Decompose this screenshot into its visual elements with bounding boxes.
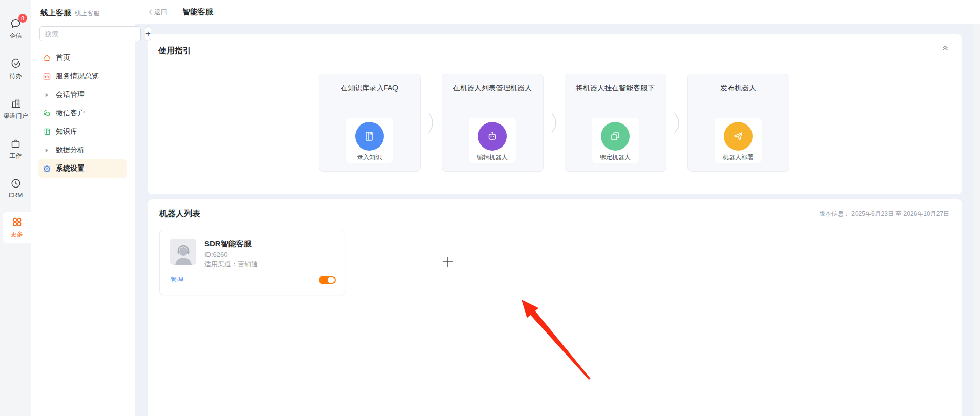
sidebar-search-row: + bbox=[38, 26, 127, 41]
guide-step-manage-robot: 在机器人列表管理机器人 编辑机器人 bbox=[442, 74, 544, 172]
usage-guide-card: 使用指引 在知识库录入FAQ bbox=[148, 34, 962, 194]
sidebar-title: 线上客服 bbox=[40, 8, 71, 18]
add-robot-button[interactable] bbox=[356, 230, 539, 294]
rail-item-crm[interactable]: CRM bbox=[0, 173, 31, 203]
check-circle-icon bbox=[10, 57, 22, 70]
robot-list-card: 机器人列表 版本信息： 2025年6月23日 至 2026年10月27日 bbox=[148, 199, 962, 416]
step-header: 将机器人挂在智能客服下 bbox=[565, 74, 666, 102]
collapse-icon[interactable] bbox=[941, 44, 949, 52]
rail-item-work[interactable]: 工作 bbox=[0, 133, 31, 165]
robot-card-sdr: SDR智能客服 ID:6260 适用渠道：营销通 管理 bbox=[159, 230, 345, 295]
page-title: 智能客服 bbox=[182, 7, 213, 17]
version-value: 2025年6月23日 至 2026年10月27日 bbox=[851, 210, 949, 217]
step-label: 绑定机器人 bbox=[600, 153, 631, 162]
app-rail: 8 企信 待办 渠道门户 工作 bbox=[0, 0, 31, 416]
header-divider bbox=[175, 8, 175, 16]
clock-icon bbox=[10, 177, 22, 190]
bar-chart-icon bbox=[43, 72, 51, 81]
robot-name: SDR智能客服 bbox=[204, 239, 258, 249]
robot-list-header: 机器人列表 版本信息： 2025年6月23日 至 2026年10月27日 bbox=[159, 209, 949, 219]
back-label: 返回 bbox=[154, 8, 168, 17]
rail-item-label: 更多 bbox=[11, 230, 23, 239]
step-header: 在知识库录入FAQ bbox=[319, 74, 420, 102]
robot-enabled-toggle[interactable] bbox=[319, 276, 336, 284]
rail-item-label: 工作 bbox=[10, 152, 22, 160]
chevron-right-icon bbox=[43, 91, 51, 99]
sidebar-item-data-analysis[interactable]: 数据分析 bbox=[38, 141, 127, 159]
sidebar-item-system-settings[interactable]: 系统设置 bbox=[38, 159, 127, 178]
version-label: 版本信息： bbox=[819, 210, 850, 217]
step-tile[interactable]: 编辑机器人 bbox=[469, 118, 516, 163]
guide-step-bind-robot: 将机器人挂在智能客服下 绑定机器人 bbox=[565, 74, 666, 172]
step-tile[interactable]: 绑定机器人 bbox=[592, 118, 639, 163]
sidebar-item-label: 微信客户 bbox=[56, 109, 85, 118]
sidebar-item-label: 知识库 bbox=[56, 127, 77, 136]
rail-item-qixin[interactable]: 8 企信 bbox=[0, 13, 31, 45]
sidebar-item-home[interactable]: 首页 bbox=[38, 49, 127, 67]
scrollbar[interactable] bbox=[973, 24, 980, 416]
main-header: 返回 智能客服 bbox=[135, 0, 980, 24]
rail-item-portal[interactable]: 渠道门户 bbox=[0, 93, 31, 125]
briefcase-icon bbox=[10, 137, 22, 150]
search-input[interactable] bbox=[39, 26, 141, 41]
rail-item-label: CRM bbox=[9, 192, 23, 199]
sidebar-item-service-overview[interactable]: 服务情况总览 bbox=[38, 67, 127, 86]
paper-plane-icon bbox=[724, 122, 753, 151]
content: 使用指引 在知识库录入FAQ bbox=[135, 24, 980, 416]
version-info: 版本信息： 2025年6月23日 至 2026年10月27日 bbox=[819, 210, 949, 218]
guide-step-enter-faq: 在知识库录入FAQ 录入知识 bbox=[319, 74, 421, 172]
knowledge-book-icon bbox=[355, 122, 384, 151]
add-button[interactable]: + bbox=[145, 26, 151, 41]
step-separator-chevron-icon bbox=[421, 112, 442, 134]
guide-step-publish-robot: 发布机器人 机器人部署 bbox=[687, 74, 789, 172]
guide-title: 使用指引 bbox=[158, 46, 949, 56]
rail-item-todo[interactable]: 待办 bbox=[0, 53, 31, 85]
step-separator-chevron-icon bbox=[666, 112, 687, 134]
rail-item-more[interactable]: 更多 bbox=[3, 212, 31, 243]
sidebar-item-label: 数据分析 bbox=[56, 145, 85, 155]
rail-item-label: 企信 bbox=[10, 32, 22, 40]
step-label: 录入知识 bbox=[357, 153, 382, 162]
unread-badge: 8 bbox=[18, 14, 27, 23]
guide-steps-row: 在知识库录入FAQ 录入知识 bbox=[158, 74, 949, 172]
sidebar-item-label: 服务情况总览 bbox=[56, 72, 99, 81]
robot-id: ID:6260 bbox=[204, 251, 258, 258]
sidebar-title-row: 线上客服 线上客服 bbox=[38, 8, 127, 18]
sidebar-menu: 首页 服务情况总览 会话管理 微信客户 bbox=[38, 49, 127, 178]
buildings-icon bbox=[10, 97, 22, 110]
robot-list-title: 机器人列表 bbox=[159, 209, 200, 219]
sidebar-subtitle: 线上客服 bbox=[75, 9, 99, 18]
step-header: 发布机器人 bbox=[688, 74, 789, 102]
manage-link[interactable]: 管理 bbox=[170, 275, 183, 284]
wechat-icon bbox=[43, 109, 51, 118]
step-label: 编辑机器人 bbox=[477, 153, 508, 162]
sidebar-item-knowledge-base[interactable]: 知识库 bbox=[38, 122, 127, 141]
sidebar-item-label: 会话管理 bbox=[56, 90, 85, 99]
bind-overlap-icon bbox=[601, 122, 630, 151]
chevron-right-icon bbox=[43, 146, 51, 155]
gear-icon bbox=[43, 164, 51, 173]
home-icon bbox=[43, 54, 51, 63]
chevron-left-icon bbox=[148, 9, 153, 15]
robot-cards-row: SDR智能客服 ID:6260 适用渠道：营销通 管理 bbox=[159, 230, 949, 295]
step-separator-chevron-icon bbox=[544, 112, 565, 134]
plus-icon bbox=[441, 255, 454, 268]
back-button[interactable]: 返回 bbox=[148, 8, 168, 17]
grid-icon bbox=[11, 216, 23, 228]
step-tile[interactable]: 机器人部署 bbox=[715, 118, 762, 163]
sidebar-item-wechat-customers[interactable]: 微信客户 bbox=[38, 104, 127, 122]
step-tile[interactable]: 录入知识 bbox=[346, 118, 393, 163]
rail-item-label: 渠道门户 bbox=[4, 112, 28, 120]
book-icon bbox=[43, 128, 51, 136]
chat-icon: 8 bbox=[10, 17, 22, 30]
main-area: 返回 智能客服 使用指引 在知识库录入FAQ bbox=[135, 0, 980, 416]
step-label: 机器人部署 bbox=[723, 153, 754, 162]
sidebar-item-session-mgmt[interactable]: 会话管理 bbox=[38, 86, 127, 104]
robot-icon bbox=[478, 122, 507, 151]
module-sidebar: 线上客服 线上客服 + 首页 服务情况总览 bbox=[31, 0, 134, 416]
sidebar-item-label: 首页 bbox=[56, 53, 70, 63]
step-header: 在机器人列表管理机器人 bbox=[442, 74, 543, 102]
rail-item-label: 待办 bbox=[10, 72, 22, 80]
robot-channel: 适用渠道：营销通 bbox=[204, 260, 258, 269]
sidebar-item-label: 系统设置 bbox=[56, 164, 85, 173]
